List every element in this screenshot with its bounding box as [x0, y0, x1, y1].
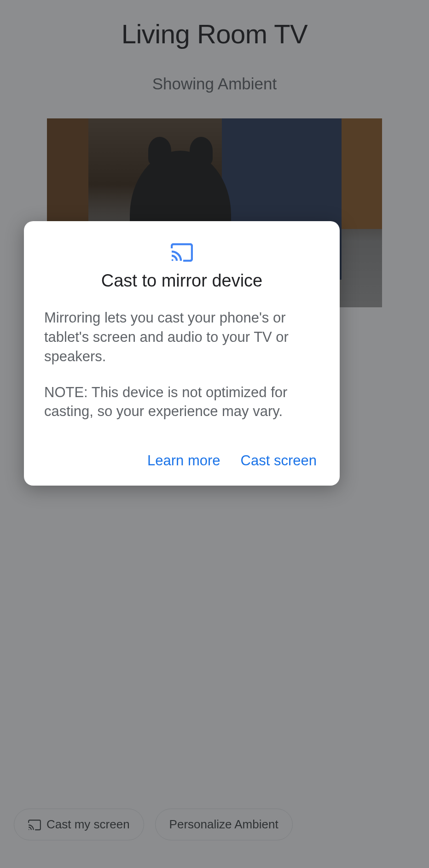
- svg-point-1: [172, 259, 174, 261]
- cast-screen-button[interactable]: Cast screen: [241, 449, 317, 473]
- dialog-paragraph-1: Mirroring lets you cast your phone's or …: [44, 308, 319, 366]
- dialog-title: Cast to mirror device: [44, 271, 319, 291]
- dialog-paragraph-2: NOTE: This device is not optimized for c…: [44, 383, 319, 422]
- cast-dialog: Cast to mirror device Mirroring lets you…: [24, 221, 340, 486]
- cast-icon: [44, 243, 319, 262]
- learn-more-button[interactable]: Learn more: [147, 449, 220, 473]
